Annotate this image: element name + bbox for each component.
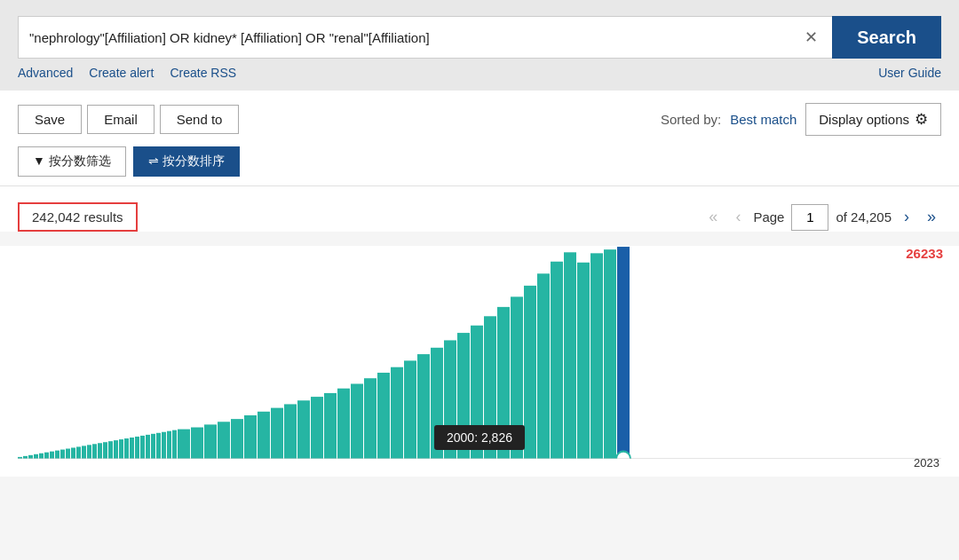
svg-rect-9 [66,449,70,459]
search-input-wrapper: ✕ [18,16,832,59]
svg-rect-59 [564,252,576,459]
svg-rect-14 [92,444,97,459]
page-input[interactable] [791,204,828,231]
svg-rect-61 [590,253,603,459]
user-guide-link[interactable]: User Guide [878,66,941,80]
search-area: ✕ Search Advanced Create alert Create RS… [0,0,959,91]
search-links-left: Advanced Create alert Create RSS [18,66,236,80]
results-count: 242,042 results [18,202,138,232]
first-page-button[interactable]: « [703,206,723,228]
svg-rect-31 [191,428,203,459]
svg-rect-3 [34,454,38,459]
svg-rect-45 [377,373,390,459]
sort-info: Sorted by: Best match Display options ⚙ [661,103,941,136]
chart-area: 26233 [0,246,959,477]
year-2023-label: 2023 [914,456,939,469]
svg-rect-43 [351,383,363,459]
svg-rect-15 [98,443,102,459]
svg-rect-32 [204,424,217,459]
search-row: ✕ Search [18,16,941,59]
svg-rect-30 [178,430,190,459]
svg-rect-58 [551,262,563,459]
chart-tooltip: 2000: 2,826 [434,425,525,450]
gear-icon: ⚙ [915,110,928,129]
svg-rect-26 [156,433,161,459]
pagination: « ‹ Page of 24,205 › » [703,204,941,231]
svg-rect-41 [324,393,337,459]
last-page-button[interactable]: » [922,206,941,228]
email-button[interactable]: Email [87,105,155,134]
svg-rect-29 [172,430,177,459]
page-label: Page [753,209,784,225]
svg-rect-8 [60,450,65,459]
svg-rect-6 [50,452,54,459]
svg-rect-4 [39,454,44,459]
svg-rect-2 [28,455,33,459]
search-button[interactable]: Search [832,16,941,59]
toolbar-row2: ▼ 按分数筛选 ⇌ 按分数排序 [18,146,941,185]
svg-rect-21 [130,438,134,459]
svg-rect-20 [124,438,129,459]
svg-rect-38 [284,404,297,459]
results-header: 242,042 results « ‹ Page of 24,205 › » [18,202,941,232]
svg-rect-12 [82,446,86,459]
svg-rect-22 [135,437,139,459]
clear-button[interactable]: ✕ [801,28,821,47]
svg-rect-63 [617,247,630,459]
svg-rect-46 [391,367,403,459]
filter-by-score-button[interactable]: ▼ 按分数筛选 [18,146,126,177]
svg-point-64 [616,452,630,459]
svg-rect-10 [71,447,75,459]
svg-rect-39 [297,400,310,459]
svg-rect-56 [524,286,536,459]
svg-rect-16 [103,442,107,459]
svg-rect-36 [258,412,270,459]
svg-rect-57 [537,273,550,459]
svg-rect-35 [244,415,257,459]
search-input[interactable] [29,30,801,45]
svg-rect-13 [87,445,91,459]
create-alert-link[interactable]: Create alert [89,66,154,80]
toolbar-area: Save Email Send to Sorted by: Best match… [0,91,959,186]
create-rss-link[interactable]: Create RSS [170,66,236,80]
prev-page-button[interactable]: ‹ [730,206,746,228]
display-options-label: Display options [819,112,909,127]
svg-rect-44 [364,378,376,459]
svg-rect-5 [44,453,49,459]
svg-rect-34 [231,419,243,459]
toolbar-row1: Save Email Send to Sorted by: Best match… [18,103,941,136]
display-options-button[interactable]: Display options ⚙ [805,103,941,136]
svg-rect-40 [311,397,323,459]
search-links: Advanced Create alert Create RSS User Gu… [18,66,941,80]
svg-rect-62 [604,249,616,459]
advanced-link[interactable]: Advanced [18,66,73,80]
svg-rect-48 [417,354,430,459]
send-to-button[interactable]: Send to [160,105,240,134]
svg-rect-17 [108,441,113,459]
svg-rect-47 [404,360,416,459]
next-page-button[interactable]: › [899,206,915,228]
svg-rect-24 [146,435,150,459]
svg-rect-19 [119,439,123,459]
sorted-by-label: Sorted by: [661,112,721,127]
sort-by-score-button[interactable]: ⇌ 按分数排序 [133,146,240,177]
save-button[interactable]: Save [18,105,82,134]
svg-rect-60 [577,263,590,459]
svg-rect-42 [337,389,350,459]
svg-rect-11 [76,446,81,459]
svg-rect-23 [140,436,145,459]
svg-rect-7 [55,451,59,459]
svg-rect-18 [114,440,118,459]
sorted-by-value: Best match [730,112,797,127]
svg-rect-37 [271,408,283,459]
svg-rect-33 [218,422,230,459]
page-total: of 24,205 [836,209,892,225]
results-area: 242,042 results « ‹ Page of 24,205 › » [0,186,959,232]
svg-rect-27 [162,432,166,459]
svg-rect-28 [167,431,171,459]
svg-rect-25 [151,434,155,459]
